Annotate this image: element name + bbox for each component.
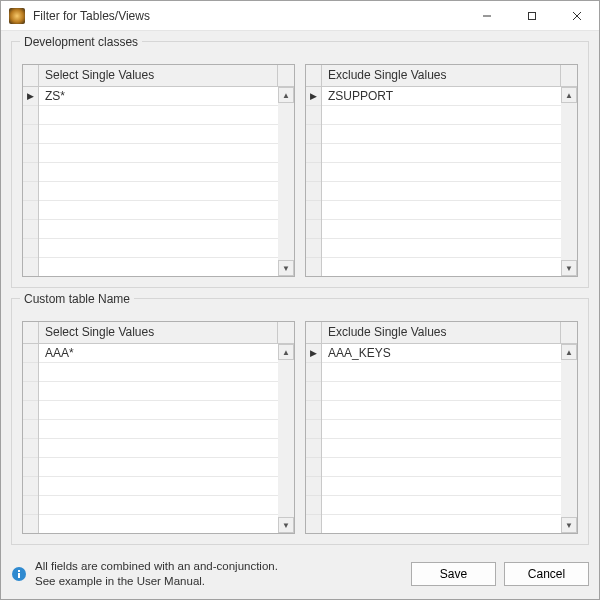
grid-cell[interactable] — [39, 182, 278, 201]
grid-cell[interactable] — [322, 477, 561, 496]
grid-cell[interactable] — [39, 420, 278, 439]
scrollbar[interactable]: ▲ ▼ — [278, 344, 294, 533]
grid-body[interactable]: ZS* — [39, 87, 278, 276]
window-title: Filter for Tables/Views — [33, 9, 464, 23]
grid-corner — [23, 65, 39, 87]
grid-cell[interactable] — [39, 477, 278, 496]
svg-rect-5 — [18, 573, 20, 578]
scroll-down-icon[interactable]: ▼ — [278, 260, 294, 276]
grid-cell[interactable] — [322, 363, 561, 382]
grid-cell[interactable] — [322, 439, 561, 458]
titlebar: Filter for Tables/Views — [1, 1, 599, 31]
row-header-column: ▶ — [306, 87, 322, 276]
scrollbar[interactable]: ▲ ▼ — [561, 87, 577, 276]
grid-body[interactable]: ZSUPPORT — [322, 87, 561, 276]
row-header-column: ▶ — [23, 87, 39, 276]
scroll-down-icon[interactable]: ▼ — [561, 260, 577, 276]
grid-cell[interactable] — [322, 458, 561, 477]
hint-line: All fields are combined with an and-conj… — [35, 560, 278, 572]
grid-cell[interactable] — [39, 439, 278, 458]
hint-text: All fields are combined with an and-conj… — [35, 559, 403, 589]
column-header[interactable]: Select Single Values — [39, 65, 278, 87]
grid-corner — [23, 322, 39, 344]
scroll-down-icon[interactable]: ▼ — [278, 517, 294, 533]
svg-rect-6 — [18, 570, 20, 572]
row-header-column: ▶ — [306, 344, 322, 533]
row-indicator-icon: ▶ — [23, 87, 38, 106]
grid-cell[interactable] — [322, 163, 561, 182]
grid-cell[interactable] — [39, 458, 278, 477]
dev-select-grid[interactable]: Select Single Values ▶ ZS* — [22, 64, 295, 277]
grid-cell[interactable] — [39, 125, 278, 144]
maximize-button[interactable] — [509, 1, 554, 31]
grid-cell[interactable] — [39, 239, 278, 258]
grid-cell[interactable] — [322, 420, 561, 439]
scroll-down-icon[interactable]: ▼ — [561, 517, 577, 533]
svg-rect-1 — [528, 12, 535, 19]
grid-cell[interactable] — [322, 201, 561, 220]
grid-cell[interactable]: ZS* — [39, 87, 278, 106]
column-header[interactable]: Exclude Single Values — [322, 65, 561, 87]
grid-cell[interactable] — [322, 496, 561, 515]
save-button[interactable]: Save — [411, 562, 496, 586]
custom-exclude-grid[interactable]: Exclude Single Values ▶ AAA — [305, 321, 578, 534]
grid-cell[interactable] — [39, 382, 278, 401]
scrollbar[interactable]: ▲ ▼ — [561, 344, 577, 533]
grid-corner — [306, 65, 322, 87]
grid-cell[interactable] — [322, 401, 561, 420]
grid-cell[interactable] — [322, 144, 561, 163]
grid-corner — [306, 322, 322, 344]
group-legend: Development classes — [20, 35, 142, 49]
column-header[interactable]: Exclude Single Values — [322, 322, 561, 344]
grid-corner — [561, 65, 577, 87]
row-header-column — [23, 344, 39, 533]
column-header[interactable]: Select Single Values — [39, 322, 278, 344]
grid-cell[interactable]: AAA_KEYS — [322, 344, 561, 363]
scroll-up-icon[interactable]: ▲ — [561, 344, 577, 360]
hint-line: See example in the User Manual. — [35, 575, 205, 587]
grid-cell[interactable] — [322, 220, 561, 239]
grid-cell[interactable] — [39, 163, 278, 182]
grid-corner — [561, 322, 577, 344]
client-area: Development classes Select Single Values… — [1, 31, 599, 599]
scroll-up-icon[interactable]: ▲ — [278, 344, 294, 360]
grid-cell[interactable] — [39, 220, 278, 239]
grid-cell[interactable] — [39, 363, 278, 382]
grid-body[interactable]: AAA_KEYS — [322, 344, 561, 533]
grid-cell[interactable]: ZSUPPORT — [322, 87, 561, 106]
grid-cell[interactable] — [322, 239, 561, 258]
grid-cell[interactable] — [39, 401, 278, 420]
row-indicator-icon: ▶ — [306, 87, 321, 106]
group-development-classes: Development classes Select Single Values… — [11, 41, 589, 288]
custom-select-grid[interactable]: Select Single Values AAA* — [22, 321, 295, 534]
grid-cell[interactable] — [322, 125, 561, 144]
grid-cell[interactable]: AAA* — [39, 344, 278, 363]
minimize-button[interactable] — [464, 1, 509, 31]
grid-cell[interactable] — [322, 182, 561, 201]
grid-cell[interactable] — [39, 201, 278, 220]
dev-exclude-grid[interactable]: Exclude Single Values ▶ ZSU — [305, 64, 578, 277]
app-icon — [9, 8, 25, 24]
cancel-button[interactable]: Cancel — [504, 562, 589, 586]
grid-cell[interactable] — [39, 106, 278, 125]
dialog-window: Filter for Tables/Views Development clas… — [0, 0, 600, 600]
close-button[interactable] — [554, 1, 599, 31]
grid-cell[interactable] — [322, 106, 561, 125]
grid-cell[interactable] — [39, 144, 278, 163]
grid-corner — [278, 322, 294, 344]
grid-cell[interactable] — [322, 382, 561, 401]
scroll-up-icon[interactable]: ▲ — [561, 87, 577, 103]
scroll-up-icon[interactable]: ▲ — [278, 87, 294, 103]
scrollbar[interactable]: ▲ ▼ — [278, 87, 294, 276]
info-icon — [11, 566, 27, 582]
group-legend: Custom table Name — [20, 292, 134, 306]
footer: All fields are combined with an and-conj… — [11, 555, 589, 589]
group-custom-table-name: Custom table Name Select Single Values — [11, 298, 589, 545]
grid-body[interactable]: AAA* — [39, 344, 278, 533]
grid-cell[interactable] — [39, 496, 278, 515]
grid-corner — [278, 65, 294, 87]
row-indicator-icon: ▶ — [306, 344, 321, 363]
